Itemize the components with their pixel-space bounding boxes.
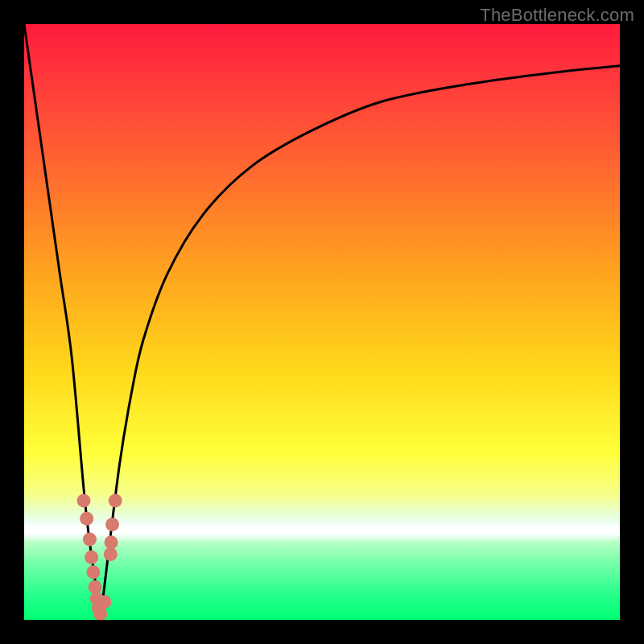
marker-dot — [85, 551, 98, 564]
marker-dot — [86, 565, 100, 579]
marker-dot — [77, 494, 91, 508]
curve-left-branch — [24, 24, 101, 620]
marker-dot — [83, 533, 97, 547]
marker-dot — [97, 595, 111, 609]
chart-frame: TheBottleneck.com — [0, 0, 644, 644]
chart-svg — [24, 24, 620, 620]
marker-dot — [105, 535, 118, 549]
marker-dot — [104, 547, 118, 561]
watermark-text: TheBottleneck.com — [480, 5, 634, 26]
marker-dot — [89, 580, 102, 594]
curve-right-branch — [101, 66, 620, 620]
plot-area — [24, 24, 620, 620]
marker-dot — [105, 518, 119, 531]
marker-dot — [80, 512, 93, 526]
marker-dot — [109, 494, 122, 508]
